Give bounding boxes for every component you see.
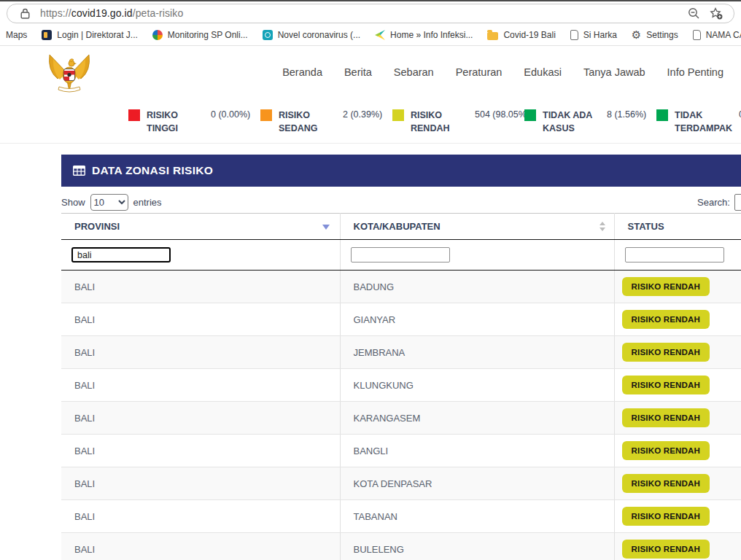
status-badge[interactable]: RISIKO RENDAH	[622, 310, 710, 329]
legend-label: RISIKOSEDANG	[279, 109, 336, 143]
bookmark-item[interactable]: Novel coronavirus (...	[263, 30, 360, 40]
url-path: /peta-risiko	[133, 7, 184, 19]
teal-icon	[263, 30, 273, 40]
status-badge[interactable]: RISIKO RENDAH	[622, 507, 710, 526]
table-controls: Show 10 entries Search:	[61, 192, 741, 214]
table-row: BALI TABANAN RISIKO RENDAH	[61, 500, 741, 533]
zoom-out-icon[interactable]	[686, 6, 701, 20]
cell-kota: JEMBRANA	[340, 336, 614, 369]
bookmark-item[interactable]: Home » Info Infeksi...	[375, 30, 473, 40]
status-badge[interactable]: RISIKO RENDAH	[622, 376, 710, 394]
bookmark-item[interactable]: NAMA CAN	[693, 30, 741, 40]
cell-kota: BANGLI	[340, 435, 614, 467]
legend-item: TIDAK ADAKASUS 8 (1.56%)	[524, 102, 656, 143]
legend-label: TIDAK ADAKASUS	[543, 109, 600, 143]
legend-label: RISIKORENDAH	[411, 109, 468, 143]
nav-item-peraturan[interactable]: Peraturan	[456, 66, 503, 78]
table-filter-row	[61, 240, 741, 271]
legend-value: 8 (1.56%)	[607, 109, 646, 143]
bookmark-label: Novel coronavirus (...	[278, 30, 360, 40]
zonasi-table: PROVINSI KOTA/KABUPATEN STATUS BALI BADU…	[61, 213, 741, 560]
nav-item-beranda[interactable]: Beranda	[282, 66, 322, 78]
table-row: BALI BADUNG RISIKO RENDAH	[61, 271, 741, 303]
sort-both-icon	[600, 222, 605, 231]
lock-icon[interactable]	[18, 6, 32, 20]
legend-value: 0 (0.00%)	[211, 109, 250, 143]
legend-item: TIDAKTERDAMPAK 0 (0	[656, 102, 741, 143]
cell-provinsi: BALI	[61, 533, 340, 560]
bookmarks-bar: Maps Login | Direktorat J... Monitoring …	[0, 25, 741, 45]
bookmark-item[interactable]: Covid-19 Bali	[487, 30, 555, 40]
filter-input-provinsi[interactable]	[71, 247, 171, 262]
url-text[interactable]: https://covid19.go.id/peta-risiko	[40, 7, 183, 19]
cell-provinsi: BALI	[61, 271, 340, 303]
legend-color-swatch	[260, 109, 272, 121]
zonasi-table-wrap: PROVINSI KOTA/KABUPATEN STATUS BALI BADU…	[61, 213, 741, 560]
table-header-row: PROVINSI KOTA/KABUPATEN STATUS	[61, 214, 741, 240]
status-badge[interactable]: RISIKO RENDAH	[622, 343, 710, 362]
legend-item: RISIKORENDAH 504 (98.05%)	[392, 102, 524, 143]
bookmark-label: Login | Direktorat J...	[57, 30, 138, 40]
column-header-kota[interactable]: KOTA/KABUPATEN	[340, 214, 614, 240]
page-size-control: Show 10 entries	[61, 194, 162, 211]
address-bar[interactable]: https://covid19.go.id/peta-risiko	[7, 4, 734, 23]
legend-color-swatch	[656, 109, 668, 121]
nav-item-info-penting[interactable]: Info Penting	[667, 66, 723, 78]
entries-label: entries	[133, 197, 162, 208]
search-label: Search:	[697, 197, 730, 208]
panel-title: DATA ZONASI RISIKO	[92, 164, 213, 177]
bookmark-label: Covid-19 Bali	[503, 30, 555, 40]
column-header-provinsi[interactable]: PROVINSI	[61, 214, 340, 240]
bookmark-label: NAMA CAN	[706, 30, 741, 40]
cell-provinsi: BALI	[61, 435, 340, 467]
bookmark-label: Maps	[6, 30, 27, 40]
add-favorite-icon[interactable]	[709, 6, 723, 20]
page-icon	[570, 30, 578, 40]
search-input[interactable]	[734, 194, 741, 211]
table-grid-icon	[73, 166, 85, 176]
cell-kota: KARANGASEM	[340, 402, 614, 435]
nav-item-sebaran[interactable]: Sebaran	[394, 66, 434, 78]
bookmark-item[interactable]: Settings	[632, 30, 678, 40]
garuda-logo[interactable]	[47, 49, 92, 97]
status-badge[interactable]: RISIKO RENDAH	[622, 474, 710, 493]
legend-color-swatch	[128, 109, 140, 121]
status-badge[interactable]: RISIKO RENDAH	[622, 277, 710, 296]
cell-provinsi: BALI	[61, 467, 340, 500]
column-header-status[interactable]: STATUS	[614, 214, 741, 240]
risk-legend: RISIKOTINGGI 0 (0.00%) RISIKOSEDANG 2 (0…	[0, 102, 741, 144]
table-row: BALI JEMBRANA RISIKO RENDAH	[61, 336, 741, 369]
bookmark-label: Si Harka	[583, 30, 617, 40]
cell-provinsi: BALI	[61, 336, 340, 369]
address-bar-row: https://covid19.go.id/peta-risiko	[0, 1, 741, 25]
cell-kota: BADUNG	[340, 271, 614, 303]
nav-item-tanya-jawab[interactable]: Tanya Jawab	[583, 66, 645, 78]
cell-kota: TABANAN	[340, 500, 614, 533]
bookmark-item[interactable]: Maps	[6, 30, 27, 40]
filter-input-status[interactable]	[625, 247, 724, 262]
page-size-select[interactable]: 10	[90, 194, 128, 211]
nav-item-berita[interactable]: Berita	[344, 66, 372, 78]
status-badge[interactable]: RISIKO RENDAH	[622, 408, 710, 427]
url-host: covid19.go.id	[71, 7, 133, 19]
legend-value: 2 (0.39%)	[343, 109, 382, 143]
bookmark-item[interactable]: Monitoring SP Onli...	[152, 30, 248, 40]
legend-item: RISIKOTINGGI 0 (0.00%)	[128, 102, 260, 143]
legend-label: RISIKOTINGGI	[147, 109, 204, 143]
site-header: Beranda Berita Sebaran Peraturan Edukasi…	[0, 47, 741, 98]
nav-item-edukasi[interactable]: Edukasi	[524, 66, 562, 78]
panel-banner: DATA ZONASI RISIKO	[61, 155, 741, 187]
bookmark-label: Monitoring SP Onli...	[168, 30, 248, 40]
status-badge[interactable]: RISIKO RENDAH	[622, 540, 710, 559]
bookmark-label: Home » Info Infeksi...	[390, 30, 473, 40]
bookmark-item[interactable]: Login | Direktorat J...	[42, 30, 138, 40]
legend-item: RISIKOSEDANG 2 (0.39%)	[260, 102, 392, 143]
gear-icon	[632, 30, 641, 40]
cell-provinsi: BALI	[61, 303, 340, 336]
status-badge[interactable]: RISIKO RENDAH	[622, 441, 710, 460]
table-row: BALI KARANGASEM RISIKO RENDAH	[61, 402, 741, 435]
legend-color-swatch	[392, 109, 404, 121]
filter-input-kota[interactable]	[351, 247, 450, 262]
table-row: BALI KLUNGKUNG RISIKO RENDAH	[61, 369, 741, 402]
bookmark-item[interactable]: Si Harka	[570, 30, 617, 40]
